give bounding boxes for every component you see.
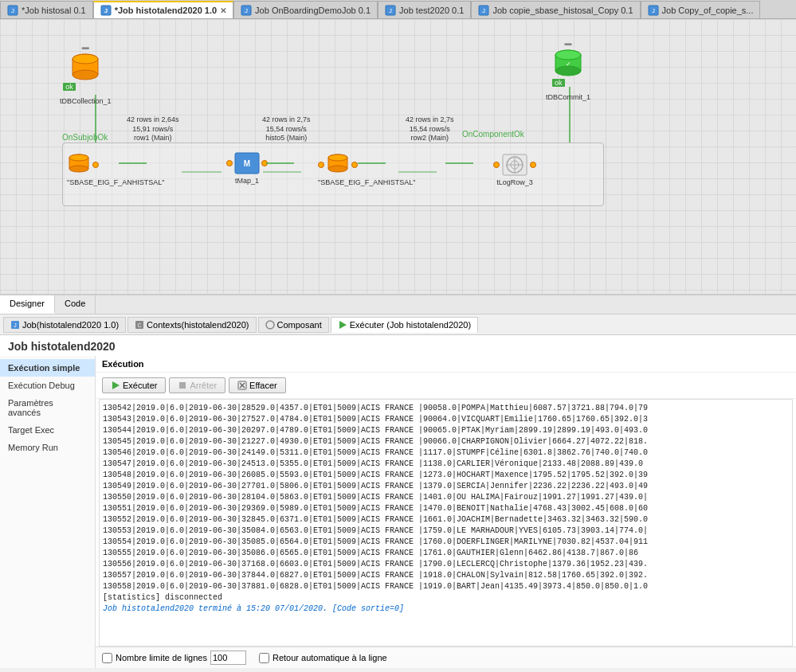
tdbcollection-icon xyxy=(69,53,101,84)
node-tmap-label: tMap_1 xyxy=(226,177,268,185)
tab-label-3: Job test2020 0.1 xyxy=(399,6,464,15)
node-sbase2-label: "SBASE_EIG_F_ANHISTSAL" xyxy=(318,178,415,186)
run-tab-icon xyxy=(338,320,347,330)
limit-lines-input[interactable] xyxy=(210,651,246,665)
button-bar: Exécuter Arrêter Effacer xyxy=(96,373,796,399)
node-sbase2[interactable]: "SBASE_EIG_F_ANHISTSAL" xyxy=(318,153,415,186)
tab-designer[interactable]: Designer xyxy=(0,295,55,314)
job-icon-5: J xyxy=(648,5,659,16)
clear-button-label: Effacer xyxy=(249,381,277,390)
svg-text:OnSubjobOk: OnSubjobOk xyxy=(62,133,108,142)
bottom-panel: Designer Code J Job(histotalend2020 1.0)… xyxy=(0,294,796,668)
svg-text:J: J xyxy=(245,7,248,14)
tab-label: *Job histosal 0.1 xyxy=(22,6,86,15)
svg-text:M: M xyxy=(244,159,250,168)
tab-close-button[interactable]: ✕ xyxy=(220,6,226,15)
bottom-footer: Nombre limite de lignes Retour automatiq… xyxy=(96,647,796,668)
flow-group: 42 rows in 2,64s 15,91 rows/s row1 (Main… xyxy=(62,143,604,206)
node-tmap[interactable]: M tMap_1 xyxy=(226,151,268,185)
node-tdbcommit-label: tDBCommit_1 xyxy=(546,93,590,101)
svg-point-22 xyxy=(73,54,98,64)
limit-lines-label: Nombre limite de lignes xyxy=(116,653,207,662)
flow-stats-2c: histo5 (Main) xyxy=(262,134,311,143)
svg-point-34 xyxy=(69,166,88,172)
flow-stats-1b: 15,91 rows/s xyxy=(127,125,179,135)
stop-button-label: Arrêter xyxy=(190,381,217,390)
bottom-tab-contexts[interactable]: C Contexts(histotalend2020) xyxy=(127,317,256,333)
svg-marker-60 xyxy=(339,321,347,329)
tab-label-5: Job Copy_of_copie_s... xyxy=(662,6,754,15)
flow-stats-3c: row2 (Main) xyxy=(406,134,454,143)
bottom-tab-job[interactable]: J Job(histotalend2020 1.0) xyxy=(3,317,126,333)
sbase1-icon xyxy=(67,153,91,177)
flow-stats-2: 42 rows in 2,7s xyxy=(262,115,311,125)
stop-button[interactable]: Arrêter xyxy=(169,377,225,393)
job-title: Job histotalend2020 xyxy=(0,335,796,356)
context-tab-icon: C xyxy=(135,320,144,330)
sidebar-item-execution-simple[interactable]: Exécution simple xyxy=(0,359,95,377)
log-area[interactable]: 130542|2019.0|6.0|2019-06-30|28529.0|435… xyxy=(99,399,793,647)
svg-point-43 xyxy=(328,154,347,161)
job-icon: J xyxy=(7,5,18,16)
node-tlogrow-label: tLogRow_3 xyxy=(493,178,536,186)
flow-stats-3: 42 rows in 2,7s xyxy=(406,115,454,125)
bottom-tab-composant-label: Composant xyxy=(277,320,322,330)
svg-rect-62 xyxy=(179,382,186,389)
svg-text:J: J xyxy=(11,7,14,14)
right-content: Exécution Exécuter Arrêter Effacer 13054… xyxy=(96,356,796,668)
svg-text:✓: ✓ xyxy=(566,61,571,68)
tab-histosal[interactable]: J *Job histosal 0.1 xyxy=(0,1,93,18)
tmap-icon: M xyxy=(233,151,261,175)
execution-area: Exécution simple Exécution Debug Paramèt… xyxy=(0,356,796,668)
svg-point-59 xyxy=(266,321,274,329)
flow-stats-2b: 15,54 rows/s xyxy=(262,125,311,135)
clear-icon xyxy=(237,381,247,390)
flow-stats-1: 42 rows in 2,64s xyxy=(127,115,179,125)
bottom-tab-contexts-label: Contexts(histotalend2020) xyxy=(147,320,249,330)
job-icon-active: J xyxy=(100,5,112,16)
job-icon-4: J xyxy=(478,5,489,16)
clear-button[interactable]: Effacer xyxy=(229,377,286,393)
sidebar-item-parametres[interactable]: Paramètres avancés xyxy=(0,394,95,421)
node-sbase1[interactable]: "SBASE_EIG_F_ANHISTSAL" xyxy=(67,153,164,186)
svg-text:OnComponentOk: OnComponentOk xyxy=(462,130,525,139)
tab-bar: J *Job histosal 0.1 J *Job histotalend20… xyxy=(0,0,796,19)
designer-tabs: Designer Code xyxy=(0,295,796,315)
tab-test2020[interactable]: J Job test2020 0.1 xyxy=(378,1,471,18)
execution-header: Exécution xyxy=(96,356,796,373)
tab-histotalend[interactable]: J *Job histotalend2020 1.0 ✕ xyxy=(93,1,233,18)
job-icon-3: J xyxy=(385,5,396,16)
wrap-lines-label: Retour automatique à la ligne xyxy=(273,653,387,662)
sidebar-item-execution-debug[interactable]: Exécution Debug xyxy=(0,377,95,394)
execute-button[interactable]: Exécuter xyxy=(102,377,166,393)
tab-copy[interactable]: J Job Copy_of_copie_s... xyxy=(641,1,761,18)
bottom-tab-execute-label: Exécuter (Job histotalend2020) xyxy=(350,320,471,330)
bottom-tab-composant[interactable]: Composant xyxy=(258,317,329,333)
svg-text:J: J xyxy=(14,322,17,328)
tdbcommit-icon: ✓ xyxy=(552,49,584,80)
left-sidebar: Exécution simple Exécution Debug Paramèt… xyxy=(0,356,96,668)
tab-code[interactable]: Code xyxy=(55,295,96,314)
node-tdbcollection[interactable]: ▬ ok tDBCollection_1 xyxy=(60,43,112,105)
svg-point-35 xyxy=(69,154,88,161)
bottom-tab-job-label: Job(histotalend2020 1.0) xyxy=(22,320,119,330)
sidebar-item-memory-run[interactable]: Memory Run xyxy=(0,439,95,456)
node-tlogrow[interactable]: tLogRow_3 xyxy=(493,153,536,186)
tab-onboarding[interactable]: J Job OnBoardingDemoJob 0.1 xyxy=(233,1,378,18)
svg-text:J: J xyxy=(104,7,107,14)
job-icon-2: J xyxy=(241,5,252,16)
wrap-lines-checkbox[interactable] xyxy=(259,653,269,663)
bottom-tab-execute[interactable]: Exécuter (Job histotalend2020) xyxy=(331,317,478,333)
play-icon xyxy=(111,381,120,390)
flow-stats-1c: row1 (Main) xyxy=(127,134,179,143)
sidebar-item-target-exec[interactable]: Target Exec xyxy=(0,421,95,439)
tab-label-active: *Job histotalend2020 1.0 xyxy=(115,6,217,15)
tab-copie[interactable]: J Job copie_sbase_histosal_Copy 0.1 xyxy=(471,1,640,18)
svg-marker-61 xyxy=(112,381,120,389)
limit-lines-checkbox[interactable] xyxy=(102,653,112,663)
node-tdbcommit[interactable]: ▬ ✓ ok tDBCommit_1 xyxy=(546,39,590,101)
tab-label-4: Job copie_sbase_histosal_Copy 0.1 xyxy=(492,6,633,15)
tlogrow-icon xyxy=(501,153,528,177)
flow-stats-3b: 15,54 rows/s xyxy=(406,125,454,135)
tab-label-2: Job OnBoardingDemoJob 0.1 xyxy=(255,6,371,15)
